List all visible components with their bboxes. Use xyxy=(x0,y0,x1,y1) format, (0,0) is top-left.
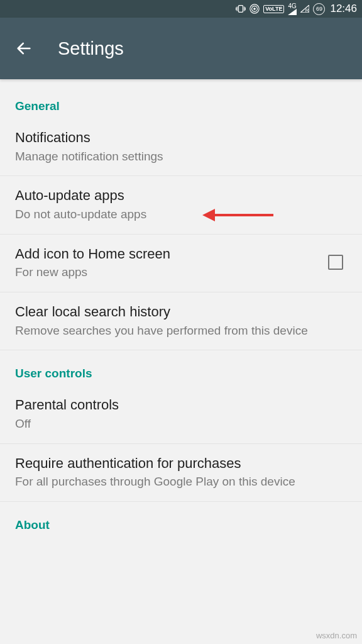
item-title: Add icon to Home screen xyxy=(15,245,321,264)
item-subtitle: Manage notification settings xyxy=(15,148,347,165)
section-header-about: About xyxy=(0,502,362,537)
item-subtitle: Remove searches you have performed from … xyxy=(15,323,347,339)
settings-list: General Notifications Manage notificatio… xyxy=(0,79,362,537)
item-add-icon-home[interactable]: Add icon to Home screen For new apps xyxy=(0,235,362,292)
signal-roaming: R xyxy=(300,5,309,13)
item-subtitle: Do not auto-update apps xyxy=(15,206,347,223)
item-title: Clear local search history xyxy=(15,303,347,321)
item-title: Require authentication for purchases xyxy=(15,454,347,473)
item-title: Notifications xyxy=(15,128,347,147)
volte-badge: VoLTE xyxy=(263,5,284,13)
item-title: Parental controls xyxy=(15,396,347,414)
item-clear-search-history[interactable]: Clear local search history Remove search… xyxy=(0,292,362,350)
section-header-general: General xyxy=(0,86,362,118)
item-notifications[interactable]: Notifications Manage notification settin… xyxy=(0,118,362,176)
item-subtitle: For all purchases through Google Play on… xyxy=(15,474,347,490)
status-bar: VoLTE 4G R 69 12:46 xyxy=(0,0,362,18)
svg-rect-0 xyxy=(239,6,243,13)
svg-marker-8 xyxy=(288,9,297,15)
back-button[interactable] xyxy=(11,36,36,61)
clock: 12:46 xyxy=(330,3,357,15)
watermark: wsxdn.com xyxy=(316,631,357,640)
app-bar: Settings xyxy=(0,18,362,79)
svg-point-5 xyxy=(254,8,256,10)
section-header-user-controls: User controls xyxy=(0,350,362,386)
vibrate-icon xyxy=(236,4,246,14)
item-parental-controls[interactable]: Parental controls Off xyxy=(0,386,362,443)
item-auto-update[interactable]: Auto-update apps Do not auto-update apps xyxy=(0,176,362,234)
back-arrow-icon xyxy=(15,40,33,57)
checkbox-add-icon[interactable] xyxy=(328,255,343,270)
page-title: Settings xyxy=(58,38,124,59)
item-require-auth[interactable]: Require authentication for purchases For… xyxy=(0,444,362,502)
item-title: Auto-update apps xyxy=(15,186,347,205)
signal-4g: 4G xyxy=(288,3,297,15)
battery-indicator: 69 xyxy=(313,3,325,15)
item-subtitle: For new apps xyxy=(15,264,321,280)
hotspot-icon xyxy=(250,4,260,14)
item-subtitle: Off xyxy=(15,416,347,432)
